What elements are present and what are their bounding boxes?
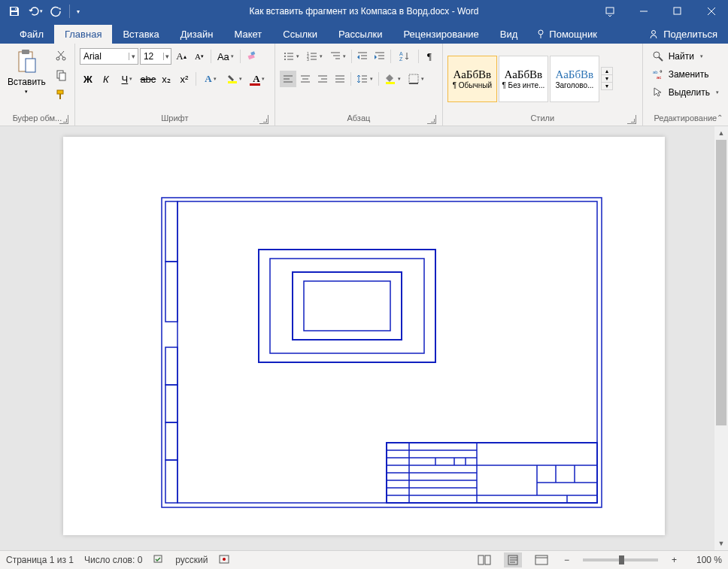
redo-button[interactable] [47,2,66,21]
svg-rect-98 [154,555,162,562]
styles-launcher[interactable] [627,115,636,124]
svg-rect-10 [22,50,29,54]
show-marks-button[interactable]: ¶ [421,48,438,65]
paragraph-launcher[interactable] [427,115,436,124]
word-count[interactable]: Число слов: 0 [84,555,142,565]
ribbon-tabs: Файл Главная Вставка Дизайн Макет Ссылки… [0,23,728,44]
collapse-ribbon-button[interactable]: ⌃ [714,112,725,123]
subscript-button[interactable]: x₂ [158,71,174,87]
multilevel-button[interactable]: ▾ [326,48,349,65]
styles-down[interactable]: ▾ [602,75,612,83]
align-left-button[interactable] [280,71,296,87]
decrease-indent-button[interactable] [354,48,371,65]
clipboard-launcher[interactable] [59,115,68,124]
grow-font-button[interactable]: A▴ [173,48,190,65]
bullets-button[interactable]: ▾ [280,48,302,65]
style-no-spacing[interactable]: АаБбВв¶ Без инте... [499,56,548,102]
font-color-button[interactable]: A▾ [247,71,270,87]
bold-button[interactable]: Ж [80,71,96,87]
font-size-dd[interactable]: ▾ [163,53,171,60]
svg-rect-20 [247,54,254,59]
macro-icon[interactable] [218,553,230,567]
zoom-knob[interactable] [619,555,624,564]
svg-rect-17 [59,73,65,80]
page-canvas[interactable] [63,137,665,535]
web-layout-button[interactable] [532,552,551,567]
save-button[interactable] [5,2,24,21]
tab-review[interactable]: Рецензирование [393,25,489,44]
qat-customize-button[interactable]: ▾ [73,2,83,21]
font-name-combo[interactable]: ▾ [80,48,138,65]
shrink-font-button[interactable]: A▾ [191,48,208,65]
strike-button[interactable]: abc [140,71,156,87]
replace-button[interactable]: abacЗаменить [648,66,723,83]
group-styles: АаБбВв¶ Обычный АаБбВв¶ Без инте... АаБб… [443,44,643,126]
shading-button[interactable]: ▾ [381,71,404,87]
vertical-scrollbar[interactable]: ▲ ▼ [714,126,728,550]
styles-up[interactable]: ▴ [602,68,612,75]
highlight-button[interactable]: ▾ [223,71,246,87]
print-layout-button[interactable] [504,552,522,567]
tab-file[interactable]: Файл [9,25,54,44]
style-normal[interactable]: АаБбВв¶ Обычный [447,56,497,102]
text-effects-button[interactable]: A▾ [199,71,222,87]
undo-button[interactable]: ▾ [26,2,45,21]
status-bar: Страница 1 из 1 Число слов: 0 русский − … [0,550,728,569]
tab-layout[interactable]: Макет [223,25,272,44]
title-bar: ▾ ▾ Как вставить фрагмент из Компаса в В… [0,0,728,23]
line-spacing-button[interactable]: ▾ [353,71,376,87]
font-name-input[interactable] [80,51,129,62]
zoom-level[interactable]: 100 % [690,555,722,565]
tab-design[interactable]: Дизайн [170,25,224,44]
change-case-button[interactable]: Aa▾ [214,48,237,65]
scroll-up-button[interactable]: ▲ [714,126,728,140]
embedded-drawing[interactable] [161,197,605,513]
close-button[interactable] [694,0,728,23]
paste-button[interactable]: Вставить ▾ [5,47,49,110]
document-area: ▲ ▼ [0,126,728,550]
minimize-button[interactable] [626,0,660,23]
tab-view[interactable]: Вид [490,25,529,44]
ribbon-options-button[interactable] [593,0,626,23]
justify-button[interactable] [332,71,348,87]
clear-formatting-button[interactable] [244,48,260,65]
styles-more[interactable]: ▾ [602,83,612,89]
align-center-button[interactable] [297,71,314,87]
underline-button[interactable]: Ч▾ [116,71,138,87]
font-name-dd[interactable]: ▾ [129,53,138,60]
share-button[interactable]: Поделиться [638,25,728,44]
font-size-input[interactable] [141,51,163,62]
numbering-button[interactable]: 123▾ [303,48,326,65]
tell-me-label: Помощник [549,29,597,40]
borders-button[interactable]: ▾ [405,71,427,87]
tab-references[interactable]: Ссылки [272,25,328,44]
zoom-in-button[interactable]: + [669,555,680,565]
tell-me-button[interactable]: Помощник [528,25,605,44]
zoom-out-button[interactable]: − [561,555,572,565]
style-heading1[interactable]: АаБбВвЗаголово... [550,56,599,102]
zoom-slider[interactable] [583,558,658,561]
align-right-button[interactable] [314,71,331,87]
maximize-button[interactable] [660,0,694,23]
find-button[interactable]: Найти▾ [648,48,723,65]
scroll-thumb[interactable] [716,140,726,425]
select-button[interactable]: Выделить▾ [648,84,723,101]
spellcheck-icon[interactable] [153,553,165,567]
increase-indent-button[interactable] [372,48,388,65]
scroll-down-button[interactable]: ▼ [714,537,728,550]
cut-button[interactable] [52,47,70,65]
italic-button[interactable]: К [98,71,114,87]
read-mode-button[interactable] [475,552,493,567]
font-size-combo[interactable]: ▾ [140,48,171,65]
page-indicator[interactable]: Страница 1 из 1 [6,555,74,565]
tab-insert[interactable]: Вставка [112,25,169,44]
tab-home[interactable]: Главная [54,25,112,44]
language-indicator[interactable]: русский [175,555,208,565]
tab-mailings[interactable]: Рассылки [328,25,393,44]
svg-point-27 [284,59,286,60]
copy-button[interactable] [52,66,70,84]
font-launcher[interactable] [259,115,268,124]
superscript-button[interactable]: x² [176,71,193,87]
format-painter-button[interactable] [52,86,70,104]
sort-button[interactable]: AZ [393,48,416,65]
